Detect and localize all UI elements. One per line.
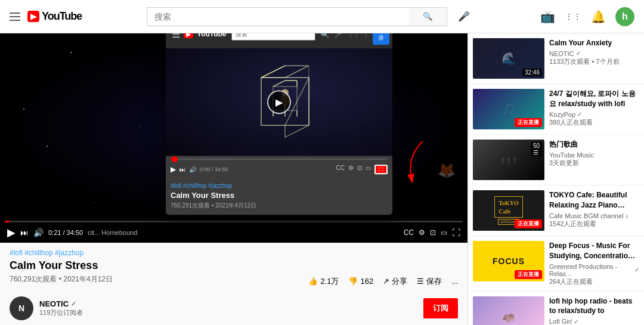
mini-video-frame[interactable]: ▶ bbox=[166, 48, 392, 156]
sidebar-item-info: Deep Focus - Music For Studying, Concent… bbox=[549, 241, 639, 286]
mic-button[interactable]: 🎤 bbox=[452, 5, 476, 29]
main-layout: 🦊 ☰ ▶ YouTube 🔍 🎤 ⋮⋮ ⋮ 登录 bbox=[0, 33, 644, 325]
live-badge: 正在直播 bbox=[515, 118, 542, 127]
sidebar-item-channel: KozyPop ✓ bbox=[549, 111, 639, 118]
video-hashtags: #lofi #chillhop #jazzhop bbox=[10, 249, 458, 257]
video-player[interactable]: 🦊 ☰ ▶ YouTube 🔍 🎤 ⋮⋮ ⋮ 登录 bbox=[0, 33, 467, 221]
like-button[interactable]: 👍 2.1万 bbox=[308, 276, 339, 287]
verified-icon: ✓ bbox=[71, 301, 76, 307]
main-subtitle-icon[interactable]: CC bbox=[404, 228, 414, 237]
hamburger-menu[interactable] bbox=[10, 13, 20, 21]
thumbup-icon: 👍 bbox=[308, 277, 318, 286]
sidebar-item[interactable]: FOCUS 正在直播 Deep Focus - Music For Studyi… bbox=[468, 236, 644, 292]
channel-name[interactable]: NEOTIC ✓ bbox=[39, 299, 83, 308]
mini-progress-container bbox=[166, 156, 392, 160]
sidebar-item-channel: Cafe Music BGM channel ♪ bbox=[549, 212, 639, 219]
sidebar-item-title: Calm Your Anxiety bbox=[549, 38, 639, 48]
video-stats-row: 760,291次观看 • 2021年4月12日 👍 2.1万 👎 162 ↗ 分… bbox=[10, 274, 458, 288]
youtube-icon: ▶ bbox=[27, 11, 39, 22]
sidebar-item-title: 热门歌曲 bbox=[549, 140, 639, 150]
sidebar-item-meta: 264人正在观看 bbox=[549, 277, 639, 286]
mini-play-pause-button[interactable]: ▶ bbox=[171, 165, 176, 174]
sidebar-item[interactable]: ⋮⋮⋮ 50☰ 热门歌曲 YouTube Music 3天前更新 bbox=[468, 135, 644, 185]
dislike-button[interactable]: 👎 162 bbox=[348, 277, 373, 286]
verified-icon: ✓ bbox=[576, 50, 581, 57]
mini-theater-icon[interactable]: ▭ bbox=[366, 165, 371, 174]
channel-avatar[interactable]: N bbox=[10, 296, 33, 320]
mini-volume-button[interactable]: 🔊 bbox=[189, 166, 196, 173]
live-badge: 正在直播 bbox=[515, 270, 542, 279]
search-button[interactable]: 🔍 bbox=[409, 7, 447, 26]
mini-next-button[interactable]: ⏭ bbox=[179, 166, 185, 173]
sidebar-item-title: TOKYO Cafe: Beautiful Relaxing Jazz Pian… bbox=[549, 190, 639, 211]
channel-info: NEOTIC ✓ 119万位订阅者 bbox=[39, 299, 83, 317]
main-skip-button[interactable]: ⏭ bbox=[20, 228, 29, 237]
main-time-display: 0:21 / 34:50 bbox=[48, 229, 83, 236]
video-actions: 👍 2.1万 👎 162 ↗ 分享 ☰ 保存 ... bbox=[308, 276, 458, 287]
thumbnail: FOCUS 正在直播 bbox=[473, 241, 544, 281]
duration-badge: 32:46 bbox=[522, 69, 542, 76]
mini-miniplayer-icon[interactable]: ⊡ bbox=[357, 165, 362, 174]
bell-icon[interactable]: 🔔 bbox=[591, 10, 606, 24]
main-progress-bar[interactable] bbox=[5, 221, 463, 222]
mini-info: #lofi #chillhop #jazzhop Calm Your Stres… bbox=[166, 178, 392, 215]
thumbnail: 🌊 32:46 bbox=[473, 38, 544, 79]
svg-marker-1 bbox=[261, 66, 309, 78]
sidebar-item[interactable]: 🌊 32:46 Calm Your Anxiety NEOTIC ✓ 1133万… bbox=[468, 33, 644, 84]
apps-icon[interactable]: ⋮⋮ bbox=[565, 12, 581, 21]
main-volume-button[interactable]: 🔊 bbox=[33, 228, 44, 237]
mini-playbar-right: CC ⚙ ⊡ ▭ ⛶ bbox=[336, 165, 388, 174]
cast-icon[interactable]: 📺 bbox=[540, 10, 555, 24]
sidebar-item-title: 24/7 길이해요, 로파이 노응요 relax/study with lofi bbox=[549, 89, 639, 109]
mini-title: Calm Your Stress bbox=[171, 191, 388, 200]
share-button[interactable]: ↗ 分享 bbox=[383, 276, 407, 287]
mini-subtitle-icon[interactable]: CC bbox=[336, 165, 345, 174]
channel-subscribers: 119万位订阅者 bbox=[39, 308, 83, 317]
main-miniplayer-icon[interactable]: ⊡ bbox=[430, 228, 436, 237]
live-badge: 正在直播 bbox=[515, 219, 542, 228]
sidebar-item[interactable]: 🎵 正在直播 24/7 길이해요, 로파이 노응요 relax/study wi… bbox=[468, 84, 644, 135]
sidebar-item-channel: Greenred Productions - Relax... ✓ bbox=[549, 263, 639, 277]
video-title: Calm Your Stress bbox=[10, 259, 458, 272]
save-button[interactable]: ☰ 保存 bbox=[417, 276, 442, 287]
video-info: #lofi #chillhop #jazzhop Calm Your Stres… bbox=[0, 243, 467, 292]
main-settings-icon[interactable]: ⚙ bbox=[419, 228, 425, 237]
search-icon: 🔍 bbox=[423, 12, 433, 21]
mini-progress-bar[interactable] bbox=[171, 158, 388, 160]
sidebar-item-meta: 380人正在观看 bbox=[549, 118, 639, 127]
more-button[interactable]: ... bbox=[451, 277, 458, 286]
main-play-button[interactable]: ▶ bbox=[7, 226, 16, 239]
sidebar-item-info: 24/7 길이해요, 로파이 노응요 relax/study with lofi… bbox=[549, 89, 639, 129]
verified-icon: ✓ bbox=[574, 318, 578, 325]
mini-settings-icon[interactable]: ⚙ bbox=[348, 165, 354, 174]
mini-fullscreen-button[interactable]: ⛶ bbox=[374, 165, 388, 174]
youtube-logo[interactable]: ▶ YouTube bbox=[27, 10, 82, 23]
sidebar-item-meta: 1133万次观看 • 7个月前 bbox=[549, 57, 639, 66]
save-icon: ☰ bbox=[417, 277, 424, 286]
sidebar-item-title: lofi hip hop radio - beats to relax/stud… bbox=[549, 296, 639, 317]
sidebar-item[interactable]: ToKYOCafeOFFICIAL 正在直播 TOKYO Cafe: Beaut… bbox=[468, 185, 644, 236]
mic-icon: 🎤 bbox=[458, 11, 470, 21]
mini-player: ☰ ▶ YouTube 🔍 🎤 ⋮⋮ ⋮ 登录 ✕ bbox=[166, 20, 392, 215]
sidebar-item-channel: NEOTIC ✓ bbox=[549, 50, 639, 57]
thumbnail: ⋮⋮⋮ 50☰ bbox=[473, 140, 544, 180]
sidebar-item-meta: 3天前更新 bbox=[549, 159, 639, 168]
sidebar-item-info: lofi hip hop radio - beats to relax/stud… bbox=[549, 296, 639, 325]
mini-play-button[interactable]: ▶ bbox=[267, 90, 291, 114]
sidebar: 🌊 32:46 Calm Your Anxiety NEOTIC ✓ 1133万… bbox=[467, 33, 644, 325]
main-fullscreen-icon[interactable]: ⛶ bbox=[452, 228, 460, 237]
channel-row: N NEOTIC ✓ 119万位订阅者 订阅 bbox=[0, 292, 467, 325]
main-subtitle-text: cit... Homebound bbox=[88, 229, 137, 236]
main-progress-fill bbox=[5, 221, 10, 222]
main-theater-icon[interactable]: ▭ bbox=[441, 228, 447, 237]
search-input[interactable] bbox=[147, 7, 409, 26]
subscribe-button[interactable]: 订阅 bbox=[423, 298, 458, 318]
sidebar-item-info: Calm Your Anxiety NEOTIC ✓ 1133万次观看 • 7个… bbox=[549, 38, 639, 79]
svg-line-4 bbox=[261, 66, 285, 78]
main-controls-right: CC ⚙ ⊡ ▭ ⛶ bbox=[404, 228, 460, 237]
avatar[interactable]: h bbox=[615, 7, 634, 26]
main-controls-row: ▶ ⏭ 🔊 0:21 / 34:50 cit... Homebound CC ⚙… bbox=[0, 224, 467, 243]
header-right: 📺 ⋮⋮ 🔔 h bbox=[540, 7, 634, 26]
mini-time-display: 0:00 / 34:50 bbox=[200, 166, 228, 172]
sidebar-item[interactable]: 🦛 正在直播 lofi hip hop radio - beats to rel… bbox=[468, 292, 644, 325]
